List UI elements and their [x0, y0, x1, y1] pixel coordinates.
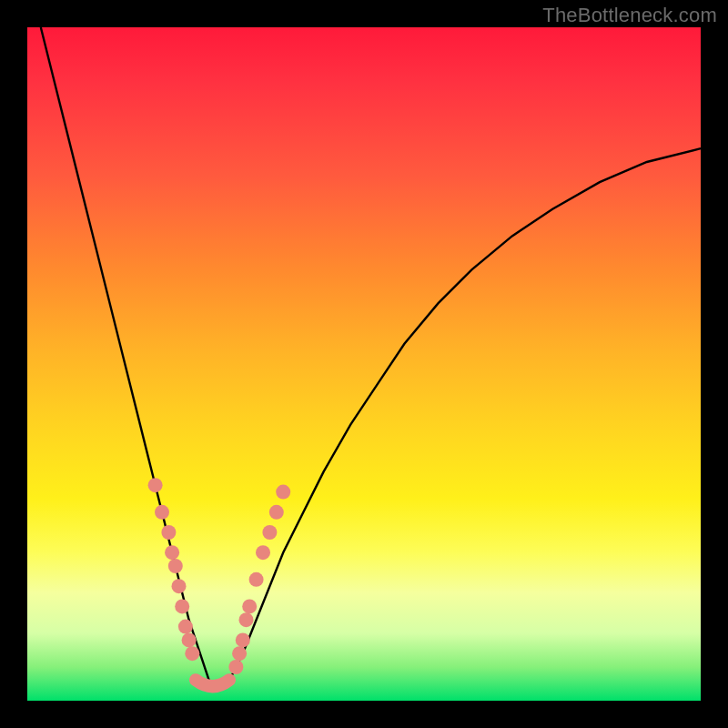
highlight-dot — [236, 632, 250, 647]
highlight-dot — [148, 478, 163, 492]
highlight-dot — [172, 579, 187, 593]
highlight-dot — [249, 572, 264, 587]
watermark-text: TheBottleneck.com — [542, 4, 717, 27]
highlight-dot — [239, 612, 254, 627]
highlight-dot — [256, 545, 270, 560]
highlight-dot — [262, 525, 277, 540]
highlight-dot — [242, 599, 257, 613]
highlight-dot — [165, 545, 179, 560]
bottom-bridge-marker — [196, 680, 229, 686]
highlight-dot — [232, 646, 247, 661]
plot-area — [27, 27, 701, 701]
highlight-dot — [161, 525, 176, 540]
curve-group — [41, 27, 701, 681]
highlight-dot — [182, 632, 197, 647]
highlight-dot — [175, 599, 189, 613]
highlight-dot — [185, 646, 199, 661]
highlight-dots-group — [148, 478, 291, 674]
highlight-dot — [178, 620, 193, 634]
curve-svg — [27, 27, 701, 701]
highlight-dot — [269, 505, 284, 520]
highlight-dot — [228, 660, 243, 674]
highlight-dot — [276, 485, 290, 500]
right-branch-curve — [229, 148, 701, 681]
highlight-dot — [155, 505, 169, 520]
highlight-dot — [168, 559, 183, 573]
outer-black-frame: TheBottleneck.com — [0, 0, 728, 728]
